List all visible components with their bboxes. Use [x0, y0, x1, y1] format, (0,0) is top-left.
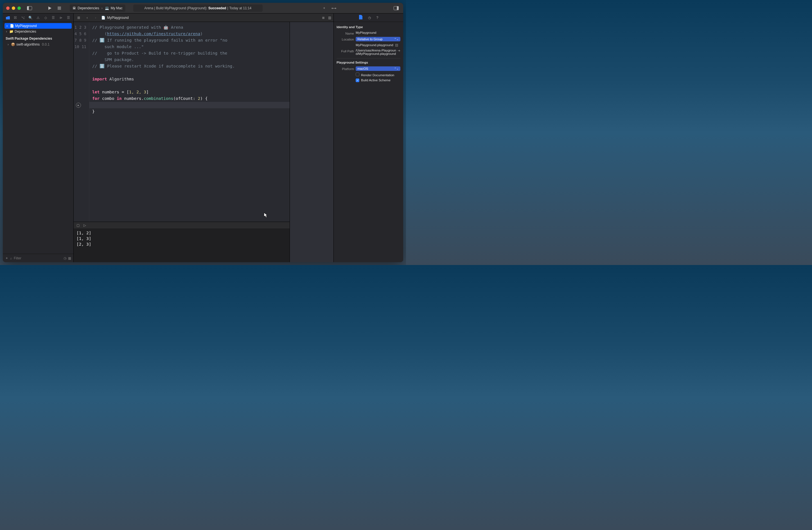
run-button[interactable]: [46, 4, 54, 12]
zoom-window-button[interactable]: [17, 6, 21, 10]
tree-label: swift-algorithms: [16, 42, 40, 46]
status-prefix: Arena | Build MyPlayground (Playground):: [144, 6, 207, 10]
jump-bar-path[interactable]: 📄 MyPlayground: [101, 16, 129, 20]
help-inspector-tab[interactable]: ?: [376, 16, 378, 20]
back-button[interactable]: ‹: [84, 16, 90, 20]
test-navigator-tab[interactable]: ◇: [43, 15, 49, 20]
inspector-tabs: ◷ ?: [334, 14, 403, 22]
status-result: Succeeded: [208, 6, 226, 10]
related-items-button[interactable]: ⊞: [76, 16, 82, 20]
name-value[interactable]: MyPlayground: [356, 31, 401, 34]
code-review-button[interactable]: ⟷: [330, 4, 337, 12]
fullpath-label: Full Path: [336, 49, 354, 53]
tree-item-myplayground[interactable]: › 📄 MyPlayground: [4, 23, 72, 29]
jump-bar-file: MyPlayground: [107, 16, 129, 20]
breakpoint-navigator-tab[interactable]: ⊳: [58, 15, 64, 20]
navigator-filter-bar: ＋ ⌕ ◷ ▦: [3, 254, 73, 262]
tree-item-dependencies[interactable]: › 📁 Dependencies: [3, 29, 73, 34]
debug-navigator-tab[interactable]: ☰: [50, 15, 56, 20]
chevron-updown-icon: ⌃⌄: [394, 38, 399, 41]
playground-results-sidebar[interactable]: [290, 22, 333, 262]
column-icon: 🏛: [73, 6, 76, 10]
issue-navigator-tab[interactable]: ⚠: [35, 15, 41, 20]
activity-status[interactable]: Arena | Build MyPlayground (Playground):…: [133, 4, 263, 12]
scm-filter-button[interactable]: ▦: [68, 256, 71, 260]
close-window-button[interactable]: [6, 6, 10, 10]
tree-label: Dependencies: [15, 30, 36, 33]
filter-icon: ⌕: [10, 256, 12, 260]
name-label: Name: [336, 31, 354, 35]
editor-area: ⊞ ‹ › 📄 MyPlayground ≣ ▥ 1 2 3 4 5 6 7 8…: [74, 14, 333, 262]
scheme-selector[interactable]: 🏛 Dependencies › 💻 My Mac: [70, 4, 126, 12]
build-active-checkbox[interactable]: ✓: [356, 78, 359, 82]
file-inspector-tab[interactable]: [359, 15, 362, 20]
location-select[interactable]: Relative to Group ⌃⌄: [356, 37, 401, 41]
add-file-button[interactable]: ＋: [5, 256, 9, 260]
find-navigator-tab[interactable]: 🔍: [28, 15, 33, 20]
project-navigator-tab[interactable]: [5, 15, 11, 20]
platform-select[interactable]: macOS ⌃⌄: [356, 67, 401, 71]
disclosure-triangle-icon[interactable]: ›: [7, 42, 10, 46]
identity-section-header: Identity and Type: [336, 25, 401, 29]
tree-item-swift-algorithms[interactable]: › 📦 swift-algorithms 0.0.1: [3, 42, 73, 47]
folder-picker-button[interactable]: ▤: [395, 43, 398, 47]
project-tree[interactable]: › 📄 MyPlayground › 📁 Dependencies Swift …: [3, 22, 73, 254]
toolbar: 🏛 Dependencies › 💻 My Mac Arena | Build …: [3, 3, 403, 14]
disclosure-triangle-icon[interactable]: ›: [5, 24, 9, 28]
stop-button[interactable]: [56, 4, 63, 12]
package-version: 0.0.1: [42, 42, 49, 46]
window-traffic-lights: [6, 6, 21, 10]
minimap-toggle-button[interactable]: ≣: [322, 16, 325, 20]
render-doc-checkbox-row[interactable]: Render Documentation: [356, 73, 401, 77]
laptop-icon: 💻: [105, 6, 109, 10]
play-line-button[interactable]: ▶: [76, 103, 81, 108]
inspector-body: Identity and Type Name MyPlayground Loca…: [334, 22, 403, 86]
tree-label: MyPlayground: [15, 24, 37, 28]
toggle-left-panel-button[interactable]: [26, 4, 33, 12]
current-line-highlight: [89, 102, 290, 108]
report-navigator-tab[interactable]: ☰: [66, 15, 71, 20]
render-doc-checkbox[interactable]: [356, 73, 359, 76]
filter-input[interactable]: [14, 256, 62, 260]
reveal-in-finder-button[interactable]: ➜: [397, 49, 401, 55]
run-playground-button[interactable]: ▷: [84, 224, 86, 227]
console-output[interactable]: [1, 2] [1, 3] [2, 3]: [74, 228, 290, 262]
svg-rect-1: [27, 6, 29, 10]
history-inspector-tab[interactable]: ◷: [368, 16, 371, 20]
editor-options-button[interactable]: ▥: [328, 16, 331, 20]
location-label: Location: [336, 37, 354, 41]
inspector-panel: ◷ ? Identity and Type Name MyPlayground …: [333, 14, 403, 262]
chevron-updown-icon: ⌃⌄: [394, 67, 399, 70]
minimize-window-button[interactable]: [12, 6, 15, 10]
forward-button[interactable]: ›: [93, 16, 98, 20]
toggle-debug-area-button[interactable]: ▢: [76, 224, 79, 227]
package-deps-header: Swift Package Dependencies: [3, 34, 73, 42]
platform-label: Platform: [336, 67, 354, 71]
package-icon: 📦: [11, 42, 15, 47]
line-gutter: 1 2 3 4 5 6 7 8 9 10 11 ▶: [74, 22, 89, 222]
code-editor[interactable]: 1 2 3 4 5 6 7 8 9 10 11 ▶ // Playground …: [74, 22, 290, 222]
toggle-right-panel-button[interactable]: [392, 4, 400, 12]
fullpath-value: /Users/sas/Arena-Playground/MyPlayground…: [356, 49, 396, 55]
debug-bar: ▢ ▷: [74, 222, 290, 228]
svg-rect-3: [58, 6, 61, 10]
status-divider: |: [227, 6, 228, 10]
symbol-navigator-tab[interactable]: ⌥: [20, 15, 26, 20]
disclosure-triangle-icon[interactable]: ›: [5, 30, 8, 33]
playground-file-icon: 📄: [101, 16, 105, 20]
playground-file-icon: 📄: [10, 24, 14, 28]
playground-settings-header: Playground Settings: [336, 58, 401, 64]
scheme-device: My Mac: [111, 6, 122, 10]
jump-bar: ⊞ ‹ › 📄 MyPlayground ≣ ▥: [74, 14, 333, 22]
svg-marker-2: [48, 6, 52, 10]
code-content[interactable]: // Playground generated with 🤖 Arena (ht…: [89, 22, 290, 222]
add-button[interactable]: ＋: [320, 4, 328, 12]
recent-filter-button[interactable]: ◷: [63, 256, 66, 260]
source-control-navigator-tab[interactable]: ☒: [13, 15, 18, 20]
build-active-checkbox-row[interactable]: ✓Build Active Scheme: [356, 78, 401, 82]
navigator-panel: ☒ ⌥ 🔍 ⚠ ◇ ☰ ⊳ ☰ › 📄 MyPlayground › 📁 Dep: [3, 14, 74, 262]
scheme-target: Dependencies: [77, 6, 99, 10]
status-time: Today at 11:14: [229, 6, 252, 10]
location-sub-value: MyPlayground.playground: [356, 43, 393, 47]
navigator-tabs: ☒ ⌥ 🔍 ⚠ ◇ ☰ ⊳ ☰: [3, 14, 73, 22]
